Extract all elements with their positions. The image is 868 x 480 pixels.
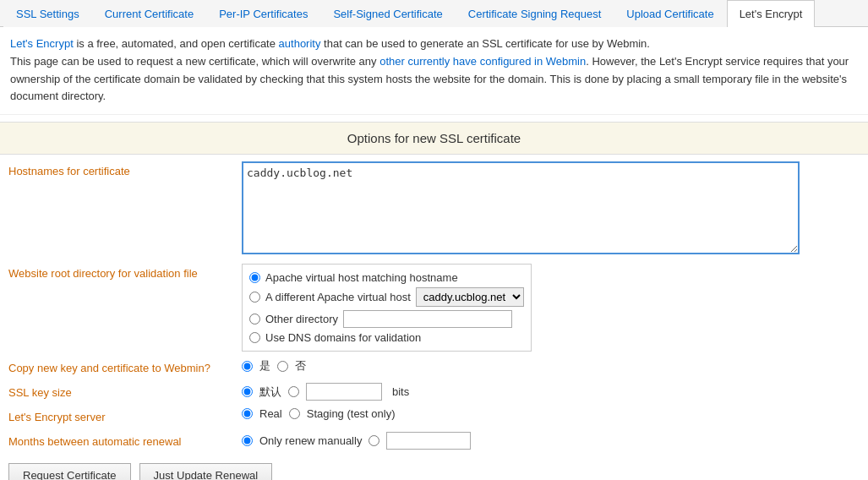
validation-radio-group: Apache virtual host matching hostname A … [249,271,524,344]
website-root-label: Website root directory for validation fi… [0,260,237,355]
radio-renewal-manual[interactable] [242,435,253,446]
radio-renewal-auto[interactable] [368,435,379,446]
info-line1: is a free, automated, and open certifica… [76,37,650,50]
tab-ssl-settings[interactable]: SSL Settings [3,0,92,27]
validation-option-other-dir: Other directory [249,310,524,328]
lets-encrypt-server-label: Let's Encrypt server [0,404,237,428]
lets-encrypt-link: Let's Encrypt [10,37,74,50]
radio-server-staging[interactable] [289,408,300,419]
radio-other-dir[interactable] [249,314,260,325]
copy-label: Copy new key and certificate to Webmin? [0,355,237,379]
months-radio-row: Only renew manually [242,432,863,450]
hostnames-input[interactable]: caddy.ucblog.net [242,161,800,254]
label-other-dir: Other directory [265,313,338,325]
label-apache-match: Apache virtual host matching hostname [265,271,458,284]
tab-lets-encrypt[interactable]: Let's Encrypt [727,0,816,27]
copy-row: Copy new key and certificate to Webmin? … [0,355,868,379]
hostnames-label: Hostnames for certificate [0,158,237,260]
months-value-cell: Only renew manually [237,428,868,453]
radio-apache-match[interactable] [249,272,260,283]
radio-diff-apache[interactable] [249,292,260,303]
months-label: Months between automatic renewal [0,428,237,453]
server-real-label: Real [259,407,282,420]
validation-option-apache-match: Apache virtual host matching hostname [249,271,524,284]
bits-label: bits [392,385,409,398]
info-line2: This page can be used to request a new c… [10,55,849,103]
copy-value-cell: 是 否 [237,355,868,379]
radio-server-real[interactable] [242,408,253,419]
validation-options-box: Apache virtual host matching hostname A … [242,264,532,352]
months-row: Months between automatic renewal Only re… [0,428,868,453]
key-default-label: 默认 [259,385,281,400]
button-bar: Request Certificate Just Update Renewal [0,453,868,480]
radio-key-default[interactable] [242,386,253,397]
section-header: Options for new SSL certificate [0,122,868,155]
label-diff-apache: A different Apache virtual host [265,291,411,303]
website-root-value-cell: Apache virtual host matching hostname A … [237,260,868,355]
website-root-row: Website root directory for validation fi… [0,260,868,355]
hostnames-row: Hostnames for certificate caddy.ucblog.n… [0,158,868,260]
ssl-key-row-inline: 默认 bits [242,383,863,401]
tab-bar: SSL Settings Current Certificate Per-IP … [0,0,868,27]
lets-encrypt-server-value-cell: Real Staging (test only) [237,404,868,428]
tab-current-certificate[interactable]: Current Certificate [92,0,206,27]
copy-no-label: 否 [295,358,306,374]
radio-copy-yes[interactable] [242,361,253,372]
server-staging-label: Staging (test only) [307,407,396,420]
label-use-dns: Use DNS domains for validation [265,331,421,344]
validation-option-use-dns: Use DNS domains for validation [249,331,524,344]
info-box: Let's Encrypt is a free, automated, and … [0,27,868,115]
ssl-key-label: SSL key size [0,379,237,404]
ssl-key-value-cell: 默认 bits [237,379,868,404]
copy-radio-row: 是 否 [242,358,863,374]
server-radio-row: Real Staging (test only) [242,407,863,420]
hostnames-value-cell: caddy.ucblog.net [237,158,868,260]
radio-copy-no[interactable] [277,361,288,372]
tab-upload-certificate[interactable]: Upload Certificate [614,0,726,27]
just-update-renewal-button[interactable]: Just Update Renewal [139,463,273,480]
ssl-key-row: SSL key size 默认 bits [0,379,868,404]
renewal-manual-label: Only renew manually [259,434,362,447]
radio-key-custom[interactable] [288,386,299,397]
tab-per-ip-certificates[interactable]: Per-IP Certificates [206,0,320,27]
radio-use-dns[interactable] [249,332,260,343]
copy-yes-label: 是 [259,358,270,374]
options-form: Hostnames for certificate caddy.ucblog.n… [0,158,868,453]
request-certificate-button[interactable]: Request Certificate [8,463,131,480]
renewal-months-input[interactable] [386,432,471,450]
other-dir-input[interactable] [343,310,512,328]
lets-encrypt-server-row: Let's Encrypt server Real Staging (test … [0,404,868,428]
bits-input[interactable] [306,383,382,401]
vhost-select[interactable]: caddy.ucblog.net [416,287,524,307]
tab-certificate-signing-request[interactable]: Certificate Signing Request [456,0,614,27]
validation-option-diff-apache: A different Apache virtual host caddy.uc… [249,287,524,307]
tab-self-signed-certificate[interactable]: Self-Signed Certificate [320,0,455,27]
